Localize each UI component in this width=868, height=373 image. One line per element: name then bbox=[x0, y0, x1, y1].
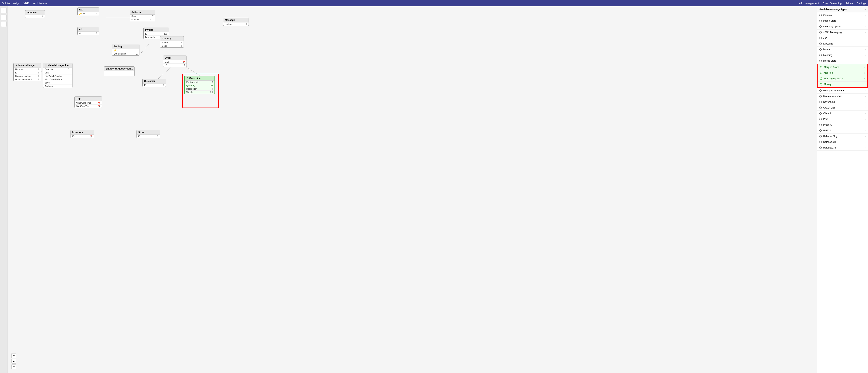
nav-event-streaming[interactable]: Event Streaming bbox=[823, 2, 842, 5]
right-panel-header: Available message types › bbox=[817, 6, 868, 12]
entity-message[interactable]: Message content T bbox=[223, 18, 249, 26]
panel-item-left-13: Multi-part form data... bbox=[819, 89, 846, 92]
panel-item-json-messaging[interactable]: JSON Messaging› bbox=[817, 30, 868, 35]
panel-item-left-19: Property bbox=[819, 123, 832, 126]
panel-item-money[interactable]: Money› bbox=[817, 82, 867, 87]
entity-material-usage[interactable]: 1MaterialUsage Number T ID T StorageLoca… bbox=[13, 63, 41, 81]
menu-button[interactable]: ≡ bbox=[1, 8, 6, 13]
entity-optional-row: T bbox=[25, 15, 45, 18]
entity-material-usage-line[interactable]: *MaterialUsageLine Quantity 0.1 Unit SAP… bbox=[43, 63, 72, 88]
entity-order-line-weight: Weight 0.1 bbox=[185, 91, 215, 94]
entity-country-header: Country bbox=[160, 36, 184, 41]
panel-item-relesae233[interactable]: Relesae233› bbox=[817, 145, 868, 151]
panel-item-label-19: Property bbox=[823, 123, 832, 126]
panel-item-left-17: Oliebol bbox=[819, 112, 831, 115]
panel-item-chevron-2: › bbox=[865, 25, 866, 28]
sidebar-btn-1[interactable]: □ bbox=[1, 14, 6, 20]
entity-order[interactable]: Order Date 📅 ID T bbox=[163, 56, 187, 67]
panel-item-property[interactable]: Property› bbox=[817, 122, 868, 128]
entity-country[interactable]: Country Name T Code T bbox=[160, 36, 184, 48]
panel-item-mesred[interactable]: MesRed› bbox=[817, 70, 867, 76]
entity-inventory[interactable]: Inventory ID 📅 bbox=[70, 130, 94, 138]
panel-item-label-9: Merged Store bbox=[824, 66, 839, 68]
nav-admin[interactable]: Admin bbox=[845, 2, 853, 5]
panel-item-release234[interactable]: Release234› bbox=[817, 139, 868, 145]
nav-architecture[interactable]: Architecture bbox=[33, 2, 47, 5]
panel-item-icon-21 bbox=[819, 135, 822, 137]
entity-invoice-id: ID 123 bbox=[144, 32, 169, 36]
panel-item-nevermind[interactable]: Nevermind› bbox=[817, 99, 868, 105]
entity-address[interactable]: Address Street T Number 123 bbox=[130, 10, 155, 21]
panel-item-oliebol[interactable]: Oliebol› bbox=[817, 111, 868, 116]
panel-item-label-12: Money bbox=[824, 83, 831, 86]
top-nav: Solution design CDM Architecture API man… bbox=[0, 0, 868, 6]
panel-item-left-2: Inventory Update bbox=[819, 25, 841, 28]
panel-item-chevron-5: › bbox=[865, 42, 866, 45]
panel-item-icon-18 bbox=[819, 118, 822, 120]
entity-e1[interactable]: e1 att1 T bbox=[78, 27, 99, 35]
panel-item-chevron-1: › bbox=[865, 20, 866, 22]
panel-item-label-13: Multi-part form data... bbox=[823, 89, 846, 92]
panel-item-oauth-call[interactable]: OAuth Call› bbox=[817, 105, 868, 111]
panel-item-kibbeling[interactable]: Kibbeling› bbox=[817, 41, 868, 47]
entity-message-header: Message bbox=[223, 18, 249, 23]
panel-item-rel232[interactable]: Rel232› bbox=[817, 128, 868, 133]
panel-item-release-blog[interactable]: Release Blog› bbox=[817, 133, 868, 139]
nav-solution-design[interactable]: Solution design bbox=[2, 2, 20, 5]
entity-store-id: ID T bbox=[137, 135, 160, 138]
panel-item-label-20: Rel232 bbox=[823, 129, 831, 132]
panel-item-chevron-15: › bbox=[865, 101, 866, 103]
entity-address-header: Address bbox=[130, 10, 155, 14]
entity-address-street: Street T bbox=[130, 14, 155, 18]
panel-item-import-store[interactable]: Import Store› bbox=[817, 18, 868, 24]
panel-item-mapping[interactable]: Mapping› bbox=[817, 52, 868, 58]
panel-item-icon-4 bbox=[819, 37, 822, 39]
panel-item-namespace-multi[interactable]: Namespace Multi› bbox=[817, 94, 868, 99]
right-panel: Available message types › Gamma›Import S… bbox=[817, 6, 868, 373]
panel-item-chevron-16: › bbox=[865, 106, 866, 109]
panel-item-messaging-json[interactable]: Messaging JSON› bbox=[817, 76, 867, 82]
panel-item-label-6: Mama bbox=[823, 48, 830, 51]
panel-item-multi-part-form-data...[interactable]: Multi-part form data...› bbox=[817, 88, 868, 94]
panel-item-icon-17 bbox=[819, 112, 822, 115]
entity-testing[interactable]: Testing 🔑 ID T Enumeration ☰ bbox=[112, 44, 140, 56]
nav-cdm[interactable]: CDM bbox=[24, 1, 29, 5]
panel-item-icon-23 bbox=[819, 147, 822, 149]
panel-item-part[interactable]: Part› bbox=[817, 116, 868, 122]
entity-tex[interactable]: tex 🔑 ID T bbox=[78, 7, 99, 15]
panel-item-mama[interactable]: Mama› bbox=[817, 47, 868, 52]
entity-large-name[interactable]: EntityWithALargeNam... bbox=[104, 66, 134, 76]
entity-store[interactable]: Store ID T bbox=[136, 130, 160, 138]
panel-item-job[interactable]: Job› bbox=[817, 35, 868, 41]
right-panel-list[interactable]: Gamma›Import Store›Inventory Update›JSON… bbox=[817, 12, 868, 373]
entity-trip-header: Trip bbox=[75, 97, 102, 101]
entity-inventory-header: Inventory bbox=[71, 130, 94, 135]
panel-item-icon-3 bbox=[819, 31, 822, 33]
panel-item-left-0: Gamma bbox=[819, 14, 832, 17]
panel-item-icon-1 bbox=[819, 20, 822, 22]
zoom-in-button[interactable]: + bbox=[11, 353, 16, 358]
panel-item-icon-0 bbox=[819, 14, 822, 17]
right-panel-collapse-icon[interactable]: › bbox=[865, 8, 866, 11]
canvas-area[interactable]: Optional T tex 🔑 ID T e1 att1 T Address bbox=[7, 6, 817, 373]
panel-item-inventory-update[interactable]: Inventory Update› bbox=[817, 24, 868, 30]
panel-item-label-14: Namespace Multi bbox=[823, 95, 842, 98]
entity-trip[interactable]: Trip OtherDateTime 📅 StartDateTime 📅 bbox=[74, 96, 102, 108]
nav-api-management[interactable]: API management bbox=[799, 2, 819, 5]
panel-item-merged-store[interactable]: Merged Store› bbox=[817, 64, 867, 70]
entity-mul-addnew: AddNew bbox=[43, 85, 72, 88]
entity-order-line[interactable]: *OrderLine PackageUnit T Quantity 123 De… bbox=[184, 75, 215, 94]
panel-item-label-8: Merge Store bbox=[823, 60, 836, 62]
panel-item-merge-store[interactable]: Merge Store› bbox=[817, 58, 868, 64]
entity-testing-enum: Enumeration ☰ bbox=[112, 52, 139, 55]
sidebar-btn-2[interactable]: □ bbox=[1, 21, 6, 27]
zoom-fit-button[interactable]: ● bbox=[11, 359, 16, 364]
panel-item-gamma[interactable]: Gamma› bbox=[817, 12, 868, 18]
nav-settings[interactable]: Settings bbox=[857, 2, 866, 5]
entity-optional[interactable]: Optional T bbox=[25, 10, 45, 18]
zoom-out-button[interactable]: − bbox=[11, 364, 16, 369]
entity-invoice-header: Invoice bbox=[144, 28, 169, 32]
entity-customer[interactable]: Customer ID T bbox=[143, 79, 166, 87]
panel-item-left-15: Nevermind bbox=[819, 101, 835, 103]
panel-item-chevron-20: › bbox=[865, 129, 866, 132]
